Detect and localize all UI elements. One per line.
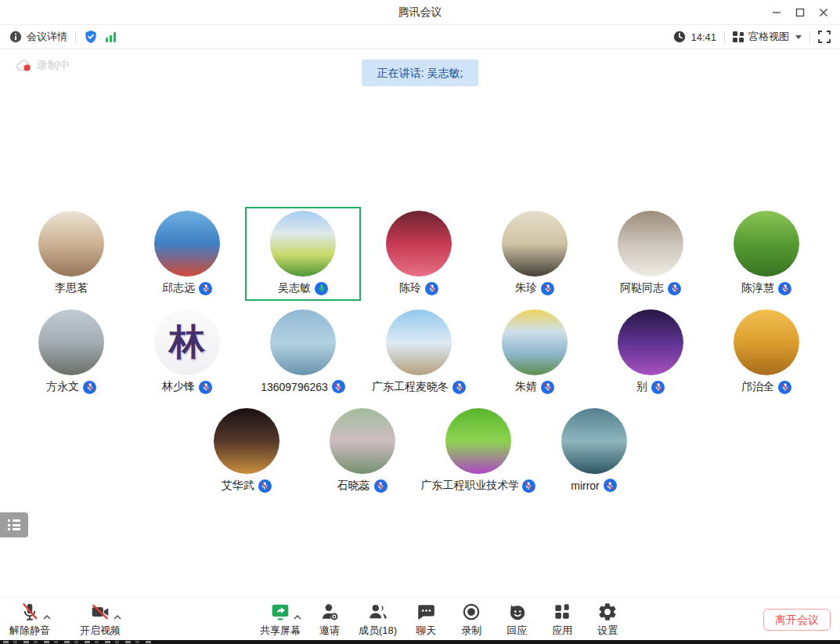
share-screen-button[interactable]: 共享屏幕 bbox=[260, 598, 301, 638]
meeting-details-label: 会议详情 bbox=[27, 30, 67, 44]
participant-name: 吴志敏 bbox=[278, 281, 311, 295]
participant-row: 方永文 林 林少锋 bbox=[0, 306, 840, 400]
participant-name-row: 陈玲 bbox=[399, 281, 438, 295]
reactions-button[interactable]: 回应 bbox=[500, 598, 533, 638]
chat-bubble-icon bbox=[416, 602, 436, 622]
recording-indicator[interactable]: 录制中 bbox=[16, 59, 70, 73]
member-list-toggle-button[interactable] bbox=[0, 512, 28, 537]
meeting-window: 腾讯会议 会议详情 bbox=[0, 0, 840, 644]
share-options-caret[interactable] bbox=[294, 609, 301, 623]
reaction-face-icon bbox=[507, 602, 527, 622]
maximize-button[interactable] bbox=[788, 2, 812, 24]
participant-tile[interactable]: 阿鞑同志 bbox=[593, 207, 708, 301]
participant-tile[interactable]: 广东工程麦晓冬 bbox=[361, 306, 477, 400]
participant-tile[interactable]: 方永文 bbox=[13, 306, 129, 400]
start-video-label: 开启视频 bbox=[80, 624, 121, 638]
divider bbox=[809, 31, 810, 43]
invite-button[interactable]: 邀请 bbox=[313, 598, 346, 638]
members-icon bbox=[368, 602, 388, 622]
participant-name: 艾华武 bbox=[222, 479, 254, 493]
participant-avatar: 林 bbox=[154, 309, 220, 375]
participant-name-row: 石晓蕊 bbox=[337, 479, 388, 493]
minimize-button[interactable] bbox=[765, 2, 788, 24]
chevron-down-icon bbox=[795, 35, 802, 39]
participant-tile[interactable]: 别 bbox=[593, 306, 708, 400]
divider bbox=[75, 31, 76, 43]
divider bbox=[724, 31, 725, 43]
mic-status-icon bbox=[651, 381, 665, 394]
background-window-remnant bbox=[3, 641, 152, 643]
share-screen-icon bbox=[270, 602, 290, 622]
title-bar: 腾讯会议 bbox=[0, 0, 840, 25]
list-icon bbox=[8, 519, 20, 530]
participant-name-row: 广东工程麦晓冬 bbox=[372, 380, 466, 394]
unmute-options-caret[interactable] bbox=[43, 609, 51, 623]
participant-avatar bbox=[445, 408, 511, 474]
leave-meeting-button[interactable]: 离开会议 bbox=[763, 609, 831, 631]
recording-label: 录制中 bbox=[37, 59, 70, 73]
participant-avatar bbox=[502, 309, 568, 375]
participant-tile[interactable]: 陈淳慧 bbox=[708, 207, 824, 301]
participant-avatar bbox=[618, 309, 683, 375]
participant-tile[interactable]: 林 林少锋 bbox=[129, 306, 245, 400]
participant-name-row: 李思茗 bbox=[55, 281, 88, 295]
settings-button[interactable]: 设置 bbox=[591, 598, 624, 638]
participant-name-row: 方永文 bbox=[46, 380, 96, 394]
participant-name: 朱婧 bbox=[515, 380, 537, 394]
camera-off-icon bbox=[90, 602, 110, 622]
participant-name-row: mirror bbox=[571, 479, 617, 492]
record-icon bbox=[461, 602, 481, 622]
info-icon bbox=[9, 31, 22, 43]
unmute-label: 解除静音 bbox=[9, 624, 50, 638]
bottom-toolbar: 解除静音 开启视频 bbox=[0, 597, 840, 640]
participant-name-row: 别 bbox=[636, 380, 665, 394]
meeting-details-button[interactable]: 会议详情 bbox=[9, 30, 67, 44]
participant-name: 邱志远 bbox=[162, 281, 195, 295]
mic-status-icon bbox=[668, 282, 681, 295]
mic-status-icon bbox=[425, 282, 438, 295]
top-toolbar: 会议详情 14:41 宫格视图 bbox=[0, 25, 840, 49]
participant-name: 陈淳慧 bbox=[741, 281, 774, 295]
avatar-monogram: 林 bbox=[169, 318, 205, 367]
participant-tile[interactable]: 李思茗 bbox=[13, 207, 129, 301]
participant-tile[interactable]: 邱志远 bbox=[129, 207, 245, 301]
participant-tile[interactable]: 石晓蕊 bbox=[305, 404, 420, 498]
participant-avatar bbox=[561, 408, 627, 474]
participant-tile[interactable]: 13609796263 bbox=[245, 306, 361, 400]
participant-tile[interactable]: 广东工程职业技术学... bbox=[420, 404, 536, 498]
participant-avatar bbox=[734, 211, 799, 277]
participant-avatar bbox=[154, 211, 220, 277]
participant-tile[interactable]: 陈玲 bbox=[361, 207, 477, 301]
participant-avatar bbox=[502, 211, 568, 277]
apps-label: 应用 bbox=[552, 624, 572, 638]
microphone-muted-icon bbox=[20, 602, 40, 622]
fullscreen-button[interactable] bbox=[818, 31, 831, 43]
participant-name-row: 朱婧 bbox=[515, 380, 554, 394]
mic-status-icon bbox=[332, 380, 345, 393]
start-video-button[interactable]: 开启视频 bbox=[80, 598, 121, 638]
participant-avatar bbox=[38, 309, 104, 375]
mic-status-icon bbox=[315, 282, 328, 295]
participant-tile[interactable]: 朱珍 bbox=[477, 207, 593, 301]
mic-status-icon bbox=[604, 479, 617, 492]
unmute-button[interactable]: 解除静音 bbox=[9, 598, 50, 638]
video-options-caret[interactable] bbox=[114, 609, 121, 623]
participant-tile[interactable]: 艾华武 bbox=[189, 404, 305, 498]
close-button[interactable] bbox=[812, 2, 835, 24]
participant-avatar bbox=[734, 309, 799, 375]
participant-tile[interactable]: mirror bbox=[536, 404, 652, 498]
apps-button[interactable]: 应用 bbox=[546, 598, 579, 638]
record-button[interactable]: 录制 bbox=[455, 598, 488, 638]
security-shield-icon[interactable] bbox=[84, 30, 98, 44]
participant-name: 13609796263 bbox=[261, 381, 328, 393]
view-mode-switcher[interactable]: 宫格视图 bbox=[733, 30, 802, 44]
participant-name-row: 邝治全 bbox=[741, 380, 791, 394]
chat-button[interactable]: 聊天 bbox=[409, 598, 442, 638]
participant-tile[interactable]: 吴志敏 bbox=[245, 207, 361, 301]
participant-name: 广东工程麦晓冬 bbox=[372, 380, 449, 394]
members-button[interactable]: 成员(18) bbox=[359, 598, 397, 638]
participant-name: 别 bbox=[636, 380, 647, 394]
participant-tile[interactable]: 邝治全 bbox=[708, 306, 824, 400]
mic-status-icon bbox=[374, 479, 388, 493]
participant-tile[interactable]: 朱婧 bbox=[477, 306, 593, 400]
